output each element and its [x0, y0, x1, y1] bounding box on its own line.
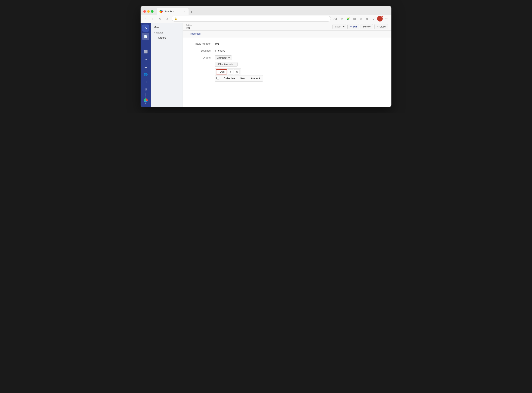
more-button[interactable]: More ▾ [360, 24, 373, 29]
login-icon: ⇥ [145, 57, 147, 61]
more-options-button[interactable]: ⋯ [384, 16, 389, 21]
home-button[interactable]: ⌂ [164, 16, 170, 21]
sidebar-dot [145, 103, 146, 104]
kjerner-text: kjerner [145, 92, 147, 98]
sidebar-icon-page[interactable]: 📄 [142, 33, 149, 40]
save-group: Save ▾ [333, 24, 346, 29]
columns-icon: ≡ [230, 70, 231, 74]
traffic-lights [143, 10, 153, 13]
data-table: Order line Item Amount [215, 75, 263, 82]
list-icon: ☰ [144, 42, 147, 46]
seatings-number: 4 [215, 49, 216, 52]
col-header-item[interactable]: Item [238, 75, 248, 82]
select-all-checkbox[interactable] [217, 77, 219, 79]
form-row-seatings: Seatings 4 chairs [189, 48, 385, 52]
sidebar-icon-box[interactable]: ⬜ [142, 48, 149, 55]
tab-favicon [159, 10, 163, 13]
icon-sidebar: S 📄 ☰ ⬜ ⇥ ☁ 🌐 [141, 23, 151, 107]
table-container: + Add ≡ ↻ [215, 68, 263, 82]
seatings-label: Seatings [189, 48, 215, 52]
table-number-label: Table number [189, 41, 215, 45]
sidebar-icon-grid[interactable]: ⊞ [142, 78, 149, 85]
box-icon: ⬜ [144, 50, 148, 54]
kjerner-logo: kjerner [142, 94, 149, 101]
breadcrumb-current: T01 [186, 26, 331, 29]
tables-label: Tables [156, 31, 163, 34]
refresh-button[interactable]: ↻ [234, 69, 240, 74]
minimize-traffic-light[interactable] [147, 10, 150, 13]
sidebar-item-orders[interactable]: Orders [155, 35, 182, 40]
lock-icon: 🔒 [174, 17, 177, 20]
form-body: Table number T01 Seatings 4 chairs Order… [183, 37, 391, 89]
sidebar-icon-cloud[interactable]: ☁ [142, 63, 149, 70]
add-button[interactable]: + Add [216, 69, 227, 74]
orders-label: Orders [189, 55, 215, 59]
tab-bar: Sandbox × + [157, 8, 389, 15]
col-header-amount[interactable]: Amount [248, 75, 263, 82]
address-bar[interactable]: 🔒 [172, 16, 331, 21]
orders-section: Compact ▾ › Filter 0 results... [215, 55, 263, 82]
grid-icon: ⊞ [145, 80, 147, 84]
sidebar-item-tables[interactable]: ∨ Tables [151, 30, 182, 35]
tab-title: Sandbox [164, 10, 181, 13]
bookmarks-button[interactable]: ☆ [358, 16, 364, 21]
seatings-unit: chairs [218, 49, 225, 52]
globe-icon: 🌐 [144, 73, 148, 76]
content-tabs: Properties [183, 31, 391, 37]
app-logo[interactable]: S [142, 25, 149, 32]
edit-button[interactable]: ✎ Edit [347, 24, 359, 29]
breadcrumb: Tables T01 [186, 24, 331, 29]
browser-tab-sandbox[interactable]: Sandbox × [157, 8, 188, 15]
table-toolbar: + Add ≡ ↻ [215, 68, 241, 75]
columns-button[interactable]: ≡ [228, 69, 233, 74]
user-avatar[interactable] [377, 16, 383, 21]
sidebar-icon-gear[interactable]: ⚙ [142, 86, 149, 93]
compact-chevron-icon: ▾ [228, 56, 230, 59]
nav-sidebar: Menu ∨ Tables Orders [151, 23, 183, 107]
maximize-traffic-light[interactable] [151, 10, 153, 13]
table-number-value: T01 [215, 41, 219, 45]
filter-button[interactable]: › Filter 0 results... [215, 62, 237, 67]
tab-close-button[interactable]: × [182, 10, 186, 13]
compact-dropdown[interactable]: Compact ▾ [215, 55, 232, 60]
back-button[interactable]: ‹ [143, 16, 148, 21]
main-content: Tables T01 Save ▾ ✎ Edit More ▾ ✕ Close … [183, 23, 391, 107]
extensions-button[interactable]: ⧉ [364, 16, 370, 21]
nav-bar: ‹ › ↻ ⌂ 🔒 Aa ☆ 🧩 ▭ ☆ ⧉ ☺ ⋯ [141, 15, 391, 23]
save-button[interactable]: Save [333, 24, 343, 29]
gear-icon: ⚙ [144, 88, 147, 91]
page-icon: 📄 [144, 35, 148, 39]
refresh-icon: ↻ [236, 70, 238, 74]
save-dropdown-button[interactable]: ▾ [342, 24, 346, 29]
sidebar-icon-list[interactable]: ☰ [142, 40, 149, 48]
bookmark-button[interactable]: ☆ [339, 16, 345, 21]
seatings-value: 4 chairs [215, 48, 225, 52]
sidebar-icon-login[interactable]: ⇥ [142, 55, 149, 63]
app-layout: S 📄 ☰ ⬜ ⇥ ☁ 🌐 [141, 23, 391, 107]
avatar-badge [381, 15, 383, 17]
form-row-orders: Orders Compact ▾ › [189, 55, 385, 82]
sidebar-button[interactable]: ▭ [352, 16, 357, 21]
filter-label: Filter 0 results... [218, 63, 235, 66]
new-tab-button[interactable]: + [188, 9, 195, 15]
aa-button[interactable]: Aa [333, 16, 338, 21]
tab-properties[interactable]: Properties [186, 31, 203, 37]
form-row-table-number: Table number T01 [189, 41, 385, 45]
chevron-down-icon: ∨ [154, 31, 155, 34]
filter-chevron-icon: › [217, 63, 217, 65]
profiles-button[interactable]: ☺ [371, 16, 376, 21]
extension-button[interactable]: 🧩 [345, 16, 351, 21]
col-header-orderline[interactable]: Order line [221, 75, 238, 82]
cloud-icon: ☁ [144, 65, 147, 69]
select-all-header[interactable] [215, 75, 221, 82]
refresh-button[interactable]: ↻ [157, 16, 163, 21]
nav-actions: Aa ☆ 🧩 ▭ ☆ ⧉ ☺ ⋯ [333, 16, 389, 21]
orders-label: Orders [158, 36, 166, 39]
sidebar-icon-globe[interactable]: 🌐 [142, 71, 149, 78]
forward-button[interactable]: › [150, 16, 156, 21]
close-traffic-light[interactable] [143, 10, 146, 13]
close-button[interactable]: ✕ Close [374, 24, 388, 29]
filter-row: › Filter 0 results... [215, 62, 263, 67]
toolbar: Tables T01 Save ▾ ✎ Edit More ▾ ✕ Close [183, 23, 391, 31]
sidebar-item-menu[interactable]: Menu [151, 25, 182, 30]
